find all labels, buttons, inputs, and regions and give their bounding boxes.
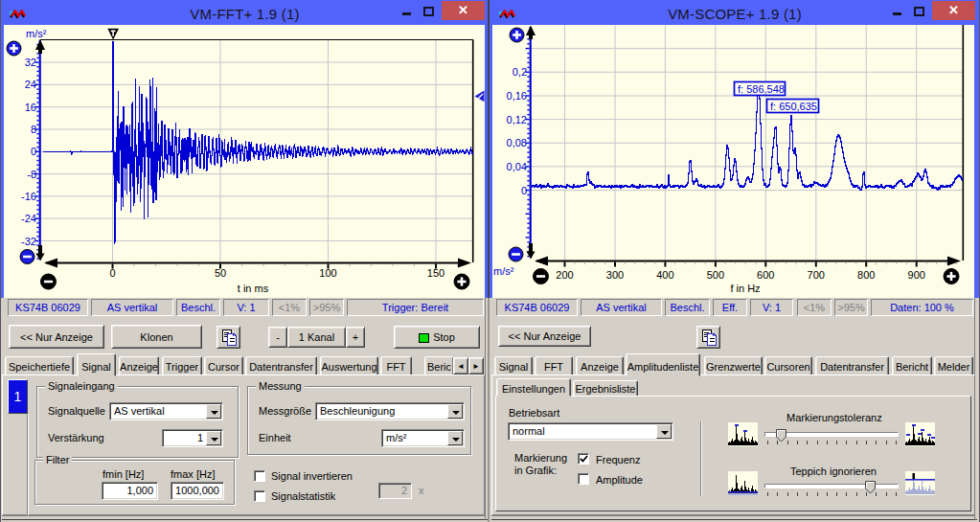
svg-text:700: 700 xyxy=(808,269,825,281)
svg-text:800: 800 xyxy=(857,269,875,281)
svg-text:0,08: 0,08 xyxy=(507,137,527,148)
svg-text:f: 650,635: f: 650,635 xyxy=(770,101,817,112)
svg-text:m/s²: m/s² xyxy=(26,28,47,39)
svg-text:0,2: 0,2 xyxy=(513,66,527,78)
svg-text:0,12: 0,12 xyxy=(507,114,527,125)
svg-text:150: 150 xyxy=(427,267,444,279)
svg-text:-16: -16 xyxy=(21,191,36,202)
svg-text:-32: -32 xyxy=(21,236,36,247)
svg-text:t in ms: t in ms xyxy=(238,283,269,294)
svg-text:0: 0 xyxy=(31,146,36,157)
svg-text:900: 900 xyxy=(908,269,925,281)
svg-text:-24: -24 xyxy=(21,213,36,224)
svg-text:24: 24 xyxy=(25,79,36,90)
svg-text:0,04: 0,04 xyxy=(507,161,527,172)
svg-text:500: 500 xyxy=(707,269,724,281)
svg-text:50: 50 xyxy=(215,267,226,279)
svg-text:100: 100 xyxy=(319,267,336,279)
svg-text:-8: -8 xyxy=(27,169,36,180)
svg-text:f in Hz: f in Hz xyxy=(730,283,760,294)
svg-text:32: 32 xyxy=(25,57,36,68)
svg-text:m/s²: m/s² xyxy=(493,265,514,277)
svg-text:200: 200 xyxy=(556,269,573,281)
svg-text:600: 600 xyxy=(757,269,774,281)
svg-text:0: 0 xyxy=(109,267,115,279)
svg-text:f: 586,548: f: 586,548 xyxy=(738,83,785,95)
svg-text:300: 300 xyxy=(606,269,624,281)
svg-text:8: 8 xyxy=(31,124,36,135)
svg-text:0: 0 xyxy=(521,185,527,196)
svg-text:400: 400 xyxy=(656,269,673,281)
svg-text:16: 16 xyxy=(25,102,36,113)
svg-text:0,16: 0,16 xyxy=(507,90,527,102)
